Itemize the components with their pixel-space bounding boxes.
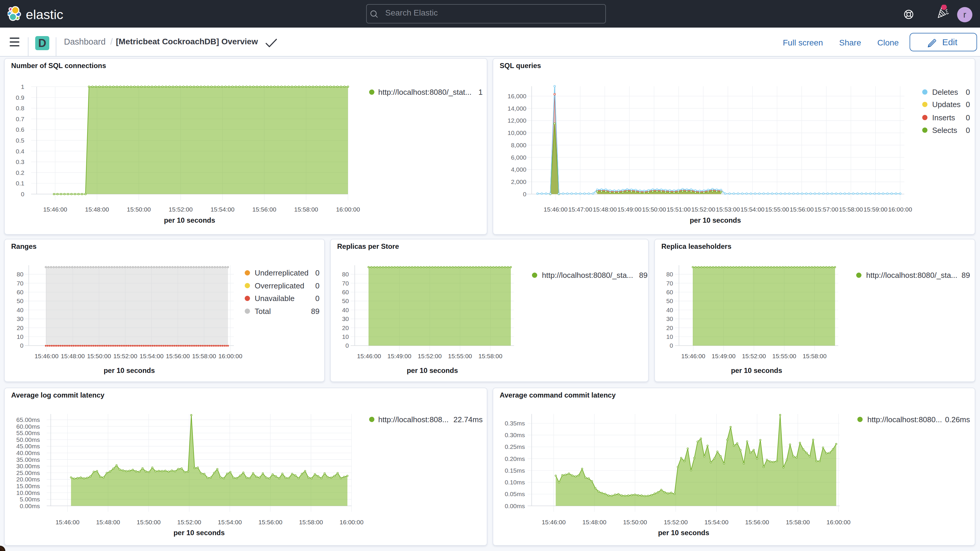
svg-text:Selects: Selects <box>932 126 957 135</box>
svg-text:15:59:00: 15:59:00 <box>864 206 888 213</box>
svg-text:15:58:00: 15:58:00 <box>802 353 827 360</box>
svg-text:15:58:00: 15:58:00 <box>478 353 502 360</box>
svg-text:15:48:00: 15:48:00 <box>61 353 85 360</box>
svg-text:15:56:00: 15:56:00 <box>252 206 277 213</box>
svg-text:30.00ms: 30.00ms <box>16 463 40 470</box>
svg-text:0: 0 <box>523 191 527 197</box>
svg-text:0: 0 <box>315 294 320 303</box>
svg-text:16:00:00: 16:00:00 <box>827 519 851 526</box>
svg-text:30: 30 <box>667 315 673 322</box>
svg-text:15:58:00: 15:58:00 <box>839 206 863 213</box>
svg-text:0: 0 <box>315 268 320 277</box>
svg-text:89: 89 <box>311 307 320 316</box>
svg-text:50: 50 <box>342 298 349 304</box>
svg-text:15:52:00: 15:52:00 <box>664 519 688 526</box>
svg-text:0: 0 <box>670 342 673 349</box>
svg-text:0: 0 <box>966 113 970 122</box>
svg-text:http://localhost:8080...: http://localhost:8080... <box>867 415 942 424</box>
svg-text:20.00ms: 20.00ms <box>16 476 40 483</box>
svg-text:15:52:00: 15:52:00 <box>418 353 442 360</box>
svg-text:30: 30 <box>342 315 349 322</box>
svg-text:60: 60 <box>342 289 349 295</box>
svg-text:0: 0 <box>966 88 970 97</box>
svg-text:15:46:00: 15:46:00 <box>56 519 80 526</box>
svg-text:15.00ms: 15.00ms <box>16 483 40 489</box>
svg-text:70: 70 <box>342 280 349 287</box>
svg-text:70: 70 <box>667 280 673 287</box>
svg-text:0: 0 <box>20 342 24 349</box>
svg-text:Inserts: Inserts <box>932 113 955 122</box>
svg-text:per 10 seconds: per 10 seconds <box>407 366 458 374</box>
svg-text:15:58:00: 15:58:00 <box>299 519 323 526</box>
svg-text:0.35ms: 0.35ms <box>505 420 525 427</box>
svg-text:16:00:00: 16:00:00 <box>339 519 364 526</box>
svg-text:per 10 seconds: per 10 seconds <box>731 366 782 374</box>
svg-text:30: 30 <box>17 315 24 322</box>
svg-text:0.8: 0.8 <box>16 105 24 111</box>
svg-text:10: 10 <box>342 333 349 340</box>
svg-text:15:50:00: 15:50:00 <box>623 519 647 526</box>
svg-text:http://localhost:8080/_sta...: http://localhost:8080/_sta... <box>542 271 633 280</box>
svg-text:16:00:00: 16:00:00 <box>336 206 360 213</box>
svg-text:65.00ms: 65.00ms <box>16 416 40 423</box>
svg-text:0.00ms: 0.00ms <box>505 503 525 510</box>
svg-text:0.10ms: 0.10ms <box>505 479 525 486</box>
svg-text:0: 0 <box>966 100 970 109</box>
svg-text:15:52:00: 15:52:00 <box>113 353 137 360</box>
svg-text:15:58:00: 15:58:00 <box>294 206 318 213</box>
svg-text:Overreplicated: Overreplicated <box>255 281 304 290</box>
svg-text:14,000: 14,000 <box>508 105 527 112</box>
svg-text:15:54:00: 15:54:00 <box>140 353 164 360</box>
svg-text:40: 40 <box>342 307 349 313</box>
svg-text:15:56:00: 15:56:00 <box>789 206 814 213</box>
svg-text:15:50:00: 15:50:00 <box>87 353 111 360</box>
svg-text:0.30ms: 0.30ms <box>505 432 525 438</box>
svg-text:10: 10 <box>17 333 24 340</box>
svg-text:0.25ms: 0.25ms <box>505 443 525 450</box>
svg-text:5.00ms: 5.00ms <box>20 496 40 503</box>
svg-text:Updates: Updates <box>932 100 961 109</box>
svg-text:per 10 seconds: per 10 seconds <box>103 366 155 374</box>
svg-text:0.26ms: 0.26ms <box>945 415 970 424</box>
svg-text:15:56:00: 15:56:00 <box>166 353 190 360</box>
svg-text:15:58:00: 15:58:00 <box>192 353 216 360</box>
svg-text:2,000: 2,000 <box>511 178 527 185</box>
svg-text:20: 20 <box>17 325 24 331</box>
svg-text:0.7: 0.7 <box>16 116 24 123</box>
svg-text:22.74ms: 22.74ms <box>453 415 483 424</box>
svg-text:15:48:00: 15:48:00 <box>593 206 617 213</box>
svg-text:50.00ms: 50.00ms <box>16 436 40 443</box>
svg-text:15:55:00: 15:55:00 <box>772 353 796 360</box>
svg-text:40: 40 <box>667 307 673 313</box>
svg-text:0.2: 0.2 <box>16 169 24 176</box>
svg-text:15:53:00: 15:53:00 <box>716 206 740 213</box>
svg-text:0.20ms: 0.20ms <box>505 455 525 462</box>
svg-text:0.3: 0.3 <box>16 158 24 165</box>
svg-text:15:56:00: 15:56:00 <box>258 519 283 526</box>
svg-text:16:00:00: 16:00:00 <box>888 206 912 213</box>
svg-text:15:54:00: 15:54:00 <box>741 206 765 213</box>
svg-text:0.1: 0.1 <box>16 180 24 186</box>
svg-text:per 10 seconds: per 10 seconds <box>690 216 741 224</box>
svg-text:Unavailable: Unavailable <box>255 294 294 303</box>
svg-text:0.15ms: 0.15ms <box>505 467 525 474</box>
svg-text:15:49:00: 15:49:00 <box>387 353 411 360</box>
svg-text:15:55:00: 15:55:00 <box>448 353 472 360</box>
svg-text:50: 50 <box>667 298 673 304</box>
svg-text:per 10 seconds: per 10 seconds <box>164 216 215 224</box>
svg-text:per 10 seconds: per 10 seconds <box>658 529 710 537</box>
svg-text:16:00:00: 16:00:00 <box>218 353 242 360</box>
svg-text:10: 10 <box>667 333 673 340</box>
svg-text:60.00ms: 60.00ms <box>16 423 40 430</box>
svg-text:http://localhost:8080/_sta...: http://localhost:8080/_sta... <box>866 271 958 280</box>
svg-text:15:46:00: 15:46:00 <box>43 206 67 213</box>
svg-text:10,000: 10,000 <box>508 129 527 136</box>
svg-text:1: 1 <box>479 88 483 97</box>
svg-text:0: 0 <box>345 342 349 349</box>
svg-text:1: 1 <box>21 83 24 90</box>
svg-text:35.00ms: 35.00ms <box>16 456 40 463</box>
svg-text:15:56:00: 15:56:00 <box>745 519 769 526</box>
svg-text:15:46:00: 15:46:00 <box>542 519 566 526</box>
svg-text:15:48:00: 15:48:00 <box>96 519 120 526</box>
svg-text:Underreplicated: Underreplicated <box>255 268 309 277</box>
